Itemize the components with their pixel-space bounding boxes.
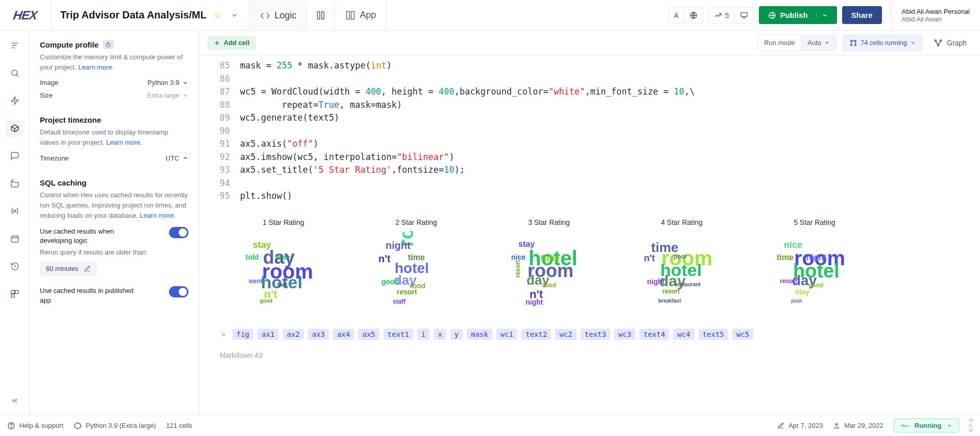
- last-published[interactable]: Mar 29, 2022: [833, 422, 883, 429]
- split-view-toggle[interactable]: [307, 0, 335, 30]
- svg-rect-3: [351, 11, 354, 19]
- settings-panel: Compute profile Customize the memory lim…: [30, 31, 199, 415]
- variable-pill[interactable]: text4: [639, 329, 669, 340]
- svg-point-35: [935, 40, 936, 41]
- tab-app[interactable]: App: [335, 0, 387, 30]
- variable-pill[interactable]: ax1: [257, 329, 278, 340]
- rail-schedule-icon[interactable]: [6, 230, 23, 247]
- variable-pill[interactable]: i: [417, 329, 429, 340]
- timezone-heading: Project timezone: [40, 116, 188, 124]
- code-cell[interactable]: 85mask = 255 * mask.astype(int)8687wc5 =…: [220, 59, 970, 203]
- runs-group: 5: [708, 7, 754, 24]
- cells-running-indicator[interactable]: 74 cells running: [843, 35, 922, 51]
- rail-compute-icon[interactable]: [6, 120, 23, 137]
- rail-outline-icon[interactable]: [6, 37, 23, 54]
- variable-pill[interactable]: text3: [581, 329, 610, 340]
- last-edited[interactable]: Apr 7, 2023: [777, 422, 823, 429]
- rail-files-icon[interactable]: [6, 175, 23, 192]
- rail-components-icon[interactable]: [6, 285, 23, 303]
- svg-point-12: [12, 70, 17, 76]
- image-label: Image: [40, 79, 58, 86]
- variable-pill[interactable]: text2: [521, 329, 551, 340]
- rail-collapse-icon[interactable]: [6, 392, 23, 409]
- toggle-published-cache-switch[interactable]: [169, 286, 188, 297]
- variable-pill[interactable]: mask: [467, 329, 492, 340]
- share-globe-icon[interactable]: [684, 8, 703, 23]
- run-mode-label: Run mode: [758, 35, 801, 50]
- kernel-status[interactable]: Python 3.9 (Extra large): [74, 422, 156, 430]
- variable-pill[interactable]: y: [450, 329, 463, 340]
- timezone-select[interactable]: UTC: [165, 154, 188, 162]
- svg-point-31: [855, 44, 856, 45]
- favorite-star-icon[interactable]: ☆: [213, 10, 222, 21]
- run-mode-select[interactable]: Run mode Auto: [757, 35, 836, 51]
- add-cell-button[interactable]: Add cell: [207, 36, 256, 50]
- variable-pill[interactable]: wc4: [673, 329, 694, 340]
- present-icon[interactable]: [735, 8, 753, 23]
- runs-trend-icon[interactable]: 5: [709, 8, 735, 23]
- variable-pill[interactable]: ax4: [333, 329, 354, 340]
- compute-learn-more-link[interactable]: Learn more.: [78, 63, 114, 71]
- hex-logo: HEX: [12, 8, 38, 22]
- svg-rect-23: [15, 290, 18, 293]
- kernel-running-pill[interactable]: Running: [894, 419, 959, 432]
- timezone-learn-more-link[interactable]: Learn more.: [106, 139, 142, 146]
- main: Compute profile Customize the memory lim…: [0, 31, 980, 415]
- memory-indicator-icon[interactable]: MEM: [969, 418, 973, 433]
- wordcloud-image: roomhoteldaytimen'tpoolresortnightrestau…: [636, 231, 728, 312]
- variable-pill[interactable]: wc1: [496, 329, 517, 340]
- icon-rail: [0, 31, 30, 415]
- variable-pill[interactable]: wc5: [732, 329, 753, 340]
- variable-pill[interactable]: fig: [232, 329, 253, 340]
- variable-pill[interactable]: wc3: [614, 329, 635, 340]
- output-variables: ↳ figax1ax2ax3ax4ax5text1ixymaskwc1text2…: [220, 326, 970, 342]
- variable-pill[interactable]: ax2: [283, 329, 304, 340]
- variable-pill[interactable]: text1: [384, 329, 413, 340]
- status-bar: Help & support Python 3.9 (Extra large) …: [0, 415, 980, 436]
- project-title: Trip Advisor Data Analysis/ML: [60, 9, 206, 21]
- wordcloud-panel: 1 Star Ratingdayroomhotelstaytoldtimen't…: [225, 218, 342, 312]
- editor-scroll[interactable]: 85mask = 255 * mask.astype(int)8687wc5 =…: [199, 55, 980, 415]
- publish-button[interactable]: Publish: [759, 6, 837, 24]
- graph-view-button[interactable]: Graph: [928, 35, 972, 51]
- publish-label: Publish: [780, 11, 808, 19]
- viewer-avatar[interactable]: A: [669, 8, 684, 23]
- wordcloud-panel: 2 Star Ratingroomhoteldaynightn'ttimeres…: [357, 218, 475, 312]
- toggle-published-cache-label: Use cached results in published app: [40, 286, 142, 305]
- variable-pill[interactable]: x: [434, 329, 446, 340]
- image-select[interactable]: Python 3.9: [148, 79, 188, 86]
- share-button[interactable]: Share: [842, 6, 882, 24]
- cell-count[interactable]: 121 cells: [166, 422, 192, 429]
- help-support-button[interactable]: Help & support: [7, 422, 63, 430]
- user-block[interactable]: Abid Ali Awan Personal Abid Ali Awan: [891, 0, 980, 30]
- variable-pill[interactable]: wc2: [555, 329, 576, 340]
- svg-marker-14: [11, 97, 18, 105]
- org-name: Abid Ali Awan Personal: [902, 8, 970, 15]
- rail-power-icon[interactable]: [6, 92, 23, 109]
- svg-line-38: [936, 41, 938, 44]
- rail-history-icon[interactable]: [6, 258, 23, 275]
- size-label: Size: [40, 91, 53, 99]
- wordcloud-title: 1 Star Rating: [262, 218, 304, 226]
- toggle-dev-cache-switch[interactable]: [169, 227, 188, 238]
- size-select[interactable]: Extra large: [147, 91, 188, 99]
- cache-age-select[interactable]: 60 minutes: [40, 261, 97, 276]
- tab-logic[interactable]: Logic: [250, 0, 307, 30]
- variable-pill[interactable]: text5: [699, 329, 728, 340]
- image-field: Image Python 3.9: [40, 79, 188, 86]
- variable-pill[interactable]: ax3: [308, 329, 329, 340]
- project-title-area: Trip Advisor Data Analysis/ML ☆: [51, 0, 250, 30]
- timezone-label: Timezone: [40, 154, 69, 162]
- variable-pill[interactable]: ax5: [358, 329, 379, 340]
- next-cell-stub[interactable]: Markdown 43: [220, 351, 970, 359]
- rail-comment-icon[interactable]: [6, 147, 23, 165]
- logo-box[interactable]: HEX: [0, 0, 51, 31]
- sql-learn-more-link[interactable]: Learn more.: [140, 212, 176, 219]
- rail-search-icon[interactable]: [6, 64, 23, 82]
- project-dropdown-icon[interactable]: [229, 10, 240, 21]
- wordcloud-output: 1 Star Ratingdayroomhotelstaytoldtimen't…: [220, 213, 970, 323]
- rail-variable-icon[interactable]: [6, 202, 23, 220]
- svg-point-36: [940, 40, 942, 41]
- run-mode-value[interactable]: Auto: [801, 35, 836, 50]
- publish-dropdown-icon[interactable]: [816, 12, 828, 18]
